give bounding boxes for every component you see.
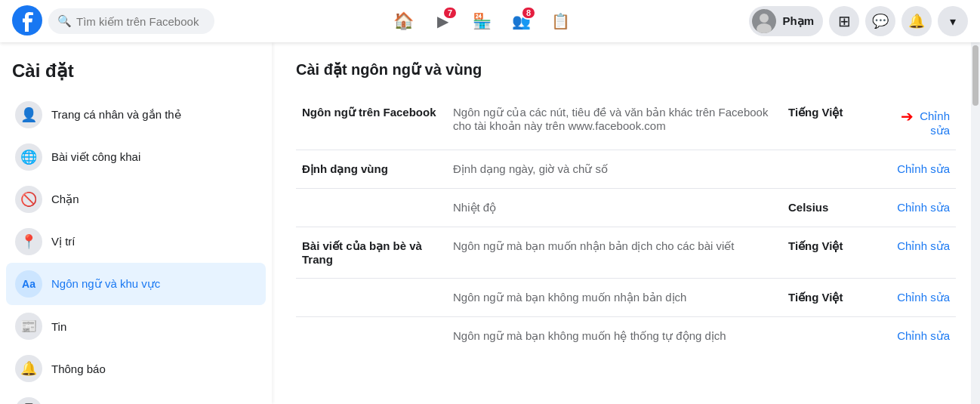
search-icon: 🔍 [57,14,72,28]
edit-link[interactable]: Chỉnh sửa [897,201,950,214]
row-desc: Ngôn ngữ mà bạn muốn nhận bản dịch cho c… [447,227,782,279]
row-desc: Định dạng ngày, giờ và chữ số [447,150,782,189]
svg-point-2 [760,14,769,23]
facebook-logo[interactable] [12,5,42,38]
row-action: Chỉnh sửa [880,279,956,317]
pages-icon: 📋 [551,12,570,30]
sidebar-item-public-posts[interactable]: 🌐 Bài viết công khai [6,136,266,178]
sidebar-item-label: Ngôn ngữ và khu vực [51,277,160,291]
marketplace-nav-button[interactable]: 🏪 [464,3,500,39]
row-value [782,150,880,189]
chevron-down-icon: ▾ [950,14,956,29]
row-label [296,317,447,356]
home-nav-button[interactable]: 🏠 [385,3,421,39]
center-navigation: 🏠 ▶ 7 🏪 👥 8 📋 [214,3,749,39]
marketplace-icon: 🏪 [473,12,492,30]
search-input[interactable] [76,15,205,28]
sidebar-item-profile[interactable]: 👤 Trang cá nhân và gắn thẻ [6,94,266,136]
pages-nav-button[interactable]: 📋 [542,3,578,39]
sidebar-item-mobile[interactable]: 📱 Di động [6,390,266,404]
row-desc: Ngôn ngữ mà bạn không muốn nhận bản dịch [447,279,782,317]
friends-nav-button[interactable]: 👥 8 [503,3,539,39]
row-desc: Ngôn ngữ của các nút, tiêu đề và văn bản… [447,94,782,150]
edit-link[interactable]: Chỉnh sửa [897,329,950,342]
profile-icon: 👤 [15,101,42,128]
row-action: Chỉnh sửa [880,189,956,227]
apps-icon: ⊞ [838,12,851,30]
mobile-icon: 📱 [15,397,42,404]
sidebar-item-notifications[interactable]: 🔔 Thông báo [6,347,266,390]
sidebar-item-language[interactable]: Aa Ngôn ngữ và khu vực [6,263,266,305]
row-desc: Nhiệt độ [447,189,782,227]
page-layout: Cài đặt 👤 Trang cá nhân và gắn thẻ 🌐 Bài… [0,42,980,404]
settings-table: Ngôn ngữ trên Facebook Ngôn ngữ của các … [296,94,956,355]
sidebar-item-label: Vị trí [51,235,76,248]
apps-button[interactable]: ⊞ [829,6,859,36]
watch-badge: 7 [442,6,458,20]
sidebar-item-location[interactable]: 📍 Vị trí [6,221,266,263]
row-action: Chỉnh sửa [880,227,956,279]
row-label [296,189,447,227]
table-row: Ngôn ngữ trên Facebook Ngôn ngữ của các … [296,94,956,150]
watch-nav-button[interactable]: ▶ 7 [424,3,461,39]
edit-link[interactable]: Chỉnh sửa [897,291,950,304]
edit-link[interactable]: Chỉnh sửa [897,162,950,175]
row-label [296,279,447,317]
scrollbar-thumb[interactable] [972,45,978,106]
search-bar[interactable]: 🔍 [48,8,214,34]
scrollbar-track[interactable] [971,42,980,404]
row-action: ➔ Chỉnh sửa [880,94,956,150]
avatar [752,9,776,33]
row-value: Tiếng Việt [782,94,880,150]
friends-badge: 8 [521,6,536,20]
settings-sidebar: Cài đặt 👤 Trang cá nhân và gắn thẻ 🌐 Bài… [0,42,272,404]
sidebar-item-label: Bài viết công khai [51,150,140,164]
notifications-button[interactable]: 🔔 [901,6,932,36]
table-row: Bài viết của bạn bè và Trang Ngôn ngữ mà… [296,227,956,279]
edit-link[interactable]: Chỉnh sửa [897,239,950,252]
row-action: Chỉnh sửa [880,150,956,189]
row-label: Ngôn ngữ trên Facebook [296,94,447,150]
sidebar-item-label: Trang cá nhân và gắn thẻ [51,108,181,122]
main-content: Cài đặt ngôn ngữ và vùng Ngôn ngữ trên F… [272,42,980,404]
home-icon: 🏠 [393,11,414,31]
language-icon: Aa [15,270,42,298]
topnav-right: Phạm ⊞ 💬 🔔 ▾ [749,6,968,36]
row-value: Tiếng Việt [782,279,880,317]
top-navigation: 🔍 🏠 ▶ 7 🏪 👥 8 📋 Phạm ⊞ [0,0,980,42]
account-menu-button[interactable]: ▾ [938,6,968,36]
row-label: Bài viết của bạn bè và Trang [296,227,447,279]
sidebar-item-news[interactable]: 📰 Tin [6,305,266,347]
sidebar-item-label: Thông báo [51,362,106,375]
sidebar-title: Cài đặt [6,54,266,94]
sidebar-item-label: Chặn [51,193,79,206]
table-row: Ngôn ngữ mà bạn không muốn hệ thống tự đ… [296,317,956,356]
table-row: Định dạng vùng Định dạng ngày, giờ và ch… [296,150,956,189]
row-desc: Ngôn ngữ mà bạn không muốn hệ thống tự đ… [447,317,782,356]
page-title: Cài đặt ngôn ngữ và vùng [296,60,956,79]
messenger-icon: 💬 [872,13,889,29]
user-name: Phạm [782,14,814,28]
row-value: Celsius [782,189,880,227]
row-value: Tiếng Việt [782,227,880,279]
table-row: Ngôn ngữ mà bạn không muốn nhận bản dịch… [296,279,956,317]
row-action: Chỉnh sửa [880,317,956,356]
messenger-button[interactable]: 💬 [865,6,895,36]
user-profile-chip[interactable]: Phạm [749,6,823,36]
sidebar-item-blocking[interactable]: 🚫 Chặn [6,178,266,221]
bell-icon: 🔔 [908,13,925,29]
news-icon: 📰 [15,313,42,340]
row-label: Định dạng vùng [296,150,447,189]
blocking-icon: 🚫 [15,186,42,213]
location-icon: 📍 [15,228,42,255]
sidebar-item-label: Tin [51,320,66,333]
notifications-icon: 🔔 [15,355,42,382]
public-posts-icon: 🌐 [15,143,42,171]
table-row: Nhiệt độ Celsius Chỉnh sửa [296,189,956,227]
edit-link[interactable]: Chỉnh sửa [920,109,950,137]
row-value [782,317,880,356]
red-arrow-icon: ➔ [901,108,914,125]
